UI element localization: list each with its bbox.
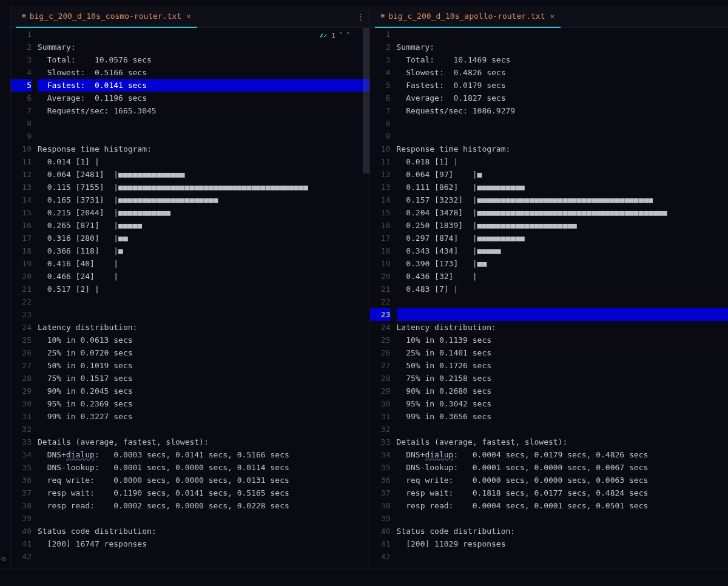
- left-scrollbar[interactable]: [363, 28, 369, 568]
- code-line[interactable]: DNS+dialup: 0.0003 secs, 0.0141 secs, 0.…: [38, 448, 369, 461]
- code-line[interactable]: 0.390 [173] |■■: [397, 257, 729, 270]
- code-line[interactable]: 50% in 0.1019 secs: [38, 359, 369, 372]
- code-line[interactable]: Requests/sec: 1086.9279: [397, 104, 729, 117]
- code-line[interactable]: 0.165 [3731] |■■■■■■■■■■■■■■■■■■■■■: [38, 194, 369, 206]
- code-line[interactable]: [38, 295, 369, 308]
- code-line[interactable]: Slowest: 0.4826 secs: [397, 66, 729, 79]
- code-line[interactable]: Details (average, fastest, slowest):: [397, 436, 729, 448]
- code-line[interactable]: 25% in 0.1401 secs: [397, 346, 729, 359]
- code-line[interactable]: 0.316 [280] |■■: [38, 232, 369, 244]
- code-line[interactable]: [397, 423, 729, 436]
- left-tab[interactable]: ≣ big_c_200_d_10s_cosmo-router.txt ×: [16, 6, 197, 28]
- code-line[interactable]: 0.064 [2481] |■■■■■■■■■■■■■■: [38, 168, 369, 181]
- code-line[interactable]: [38, 512, 369, 525]
- code-line[interactable]: Latency distribution:: [397, 321, 729, 334]
- code-line[interactable]: Latency distribution:: [38, 321, 369, 334]
- more-icon[interactable]: ⋮: [357, 12, 365, 21]
- code-line[interactable]: 0.204 [3478] |■■■■■■■■■■■■■■■■■■■■■■■■■■…: [397, 206, 729, 219]
- code-line[interactable]: 90% in 0.2680 secs: [397, 385, 729, 397]
- code-line[interactable]: 0.014 [1] |: [38, 155, 369, 168]
- code-line[interactable]: 0.115 [7155] |■■■■■■■■■■■■■■■■■■■■■■■■■■…: [38, 181, 369, 194]
- code-line[interactable]: Details (average, fastest, slowest):: [38, 436, 369, 448]
- code-line[interactable]: resp read: 0.0002 secs, 0.0000 secs, 0.0…: [38, 499, 369, 512]
- code-line[interactable]: resp wait: 0.1190 secs, 0.0141 secs, 0.5…: [38, 487, 369, 499]
- code-line[interactable]: DNS-lookup: 0.0001 secs, 0.0000 secs, 0.…: [397, 461, 729, 474]
- code-line[interactable]: 0.343 [434] |■■■■■: [397, 244, 729, 257]
- code-line[interactable]: 0.265 [871] |■■■■■: [38, 219, 369, 232]
- code-line[interactable]: Average: 0.1196 secs: [38, 92, 369, 104]
- code-line[interactable]: Response time histogram:: [38, 143, 369, 155]
- code-line[interactable]: 0.157 [3232] |■■■■■■■■■■■■■■■■■■■■■■■■■■…: [397, 194, 729, 206]
- left-code[interactable]: Summary: Total: 10.0576 secs Slowest: 0.…: [38, 28, 369, 568]
- code-line[interactable]: Slowest: 0.5166 secs: [38, 66, 369, 79]
- code-line[interactable]: req write: 0.0000 secs, 0.0000 secs, 0.0…: [397, 474, 729, 487]
- code-line[interactable]: 0.297 [874] |■■■■■■■■■■: [397, 232, 729, 244]
- code-line[interactable]: Status code distribution:: [38, 525, 369, 537]
- code-line[interactable]: req write: 0.0000 secs, 0.0000 secs, 0.0…: [38, 474, 369, 487]
- code-line[interactable]: [38, 550, 369, 563]
- code-line[interactable]: 0.111 [862] |■■■■■■■■■■: [397, 181, 729, 194]
- right-tab[interactable]: ≣ big_c_200_d_10s_apollo-router.txt ×: [375, 6, 561, 28]
- code-line[interactable]: Average: 0.1827 secs: [397, 92, 729, 104]
- close-icon[interactable]: ×: [186, 12, 191, 21]
- code-line[interactable]: [200] 11029 responses: [397, 537, 729, 550]
- code-line[interactable]: 75% in 0.2158 secs: [397, 372, 729, 385]
- code-line[interactable]: 0.250 [1839] |■■■■■■■■■■■■■■■■■■■■■: [397, 219, 729, 232]
- code-line[interactable]: 99% in 0.3227 secs: [38, 410, 369, 423]
- code-line[interactable]: Total: 10.1469 secs: [397, 53, 729, 66]
- code-line[interactable]: 10% in 0.0613 secs: [38, 334, 369, 346]
- code-line[interactable]: 10% in 0.1139 secs: [397, 334, 729, 346]
- code-line[interactable]: resp wait: 0.1818 secs, 0.0177 secs, 0.4…: [397, 487, 729, 499]
- code-line[interactable]: Fastest: 0.0141 secs: [38, 79, 369, 92]
- next-diff-icon[interactable]: ˅: [346, 32, 350, 39]
- prev-diff-icon[interactable]: ˄: [339, 32, 343, 39]
- code-line[interactable]: [397, 295, 729, 308]
- code-line[interactable]: [38, 423, 369, 436]
- code-line[interactable]: DNS+dialup: 0.0004 secs, 0.0179 secs, 0.…: [397, 448, 729, 461]
- gutter-line: 7: [370, 104, 391, 117]
- code-line[interactable]: 0.436 [32] |: [397, 270, 729, 283]
- code-line[interactable]: resp read: 0.0004 secs, 0.0001 secs, 0.0…: [397, 499, 729, 512]
- code-line[interactable]: [397, 28, 729, 41]
- code-line[interactable]: [397, 550, 729, 563]
- code-line[interactable]: 0.416 [40] |: [38, 257, 369, 270]
- code-line[interactable]: [38, 308, 369, 321]
- code-line[interactable]: 0.366 [118] |■: [38, 244, 369, 257]
- code-line[interactable]: 90% in 0.2045 secs: [38, 385, 369, 397]
- code-line[interactable]: [397, 117, 729, 130]
- code-line[interactable]: Response time histogram:: [397, 143, 729, 155]
- right-code[interactable]: Summary: Total: 10.1469 secs Slowest: 0.…: [397, 28, 729, 568]
- settings-gear-icon[interactable]: ⚙: [1, 554, 5, 563]
- code-line[interactable]: 95% in 0.2369 secs: [38, 397, 369, 410]
- code-line[interactable]: 95% in 0.3042 secs: [397, 397, 729, 410]
- code-line[interactable]: [397, 308, 729, 321]
- code-line[interactable]: 75% in 0.1517 secs: [38, 372, 369, 385]
- activity-bar: ⚙: [0, 6, 11, 568]
- code-line[interactable]: [397, 512, 729, 525]
- code-line[interactable]: 99% in 0.3656 secs: [397, 410, 729, 423]
- code-line[interactable]: 0.483 [7] |: [397, 283, 729, 295]
- code-line[interactable]: Status code distribution:: [397, 525, 729, 537]
- diff-indicator[interactable]: ✗✓ 1 ˄ ˅: [320, 32, 350, 39]
- code-line[interactable]: [200] 16747 responses: [38, 537, 369, 550]
- code-line[interactable]: 0.018 [1] |: [397, 155, 729, 168]
- code-line[interactable]: 0.064 [97] |■: [397, 168, 729, 181]
- left-editor[interactable]: ✗✓ 1 ˄ ˅ 1234567891011121314151617181920…: [11, 28, 369, 568]
- code-line[interactable]: Summary:: [38, 41, 369, 53]
- code-line[interactable]: 0.215 [2044] |■■■■■■■■■■■: [38, 206, 369, 219]
- code-line[interactable]: 25% in 0.0720 secs: [38, 346, 369, 359]
- code-line[interactable]: [38, 130, 369, 143]
- code-line[interactable]: [38, 117, 369, 130]
- code-line[interactable]: Total: 10.0576 secs: [38, 53, 369, 66]
- code-line[interactable]: DNS-lookup: 0.0001 secs, 0.0000 secs, 0.…: [38, 461, 369, 474]
- scrollbar-thumb[interactable]: [363, 28, 369, 173]
- code-line[interactable]: Summary:: [397, 41, 729, 53]
- code-line[interactable]: 50% in 0.1726 secs: [397, 359, 729, 372]
- code-line[interactable]: Fastest: 0.0179 secs: [397, 79, 729, 92]
- code-line[interactable]: Requests/sec: 1665.3045: [38, 104, 369, 117]
- code-line[interactable]: [397, 130, 729, 143]
- code-line[interactable]: 0.517 [2] |: [38, 283, 369, 295]
- close-icon[interactable]: ×: [550, 12, 554, 21]
- code-line[interactable]: 0.466 [24] |: [38, 270, 369, 283]
- right-editor[interactable]: 1234567891011121314151617181920212223242…: [370, 28, 729, 568]
